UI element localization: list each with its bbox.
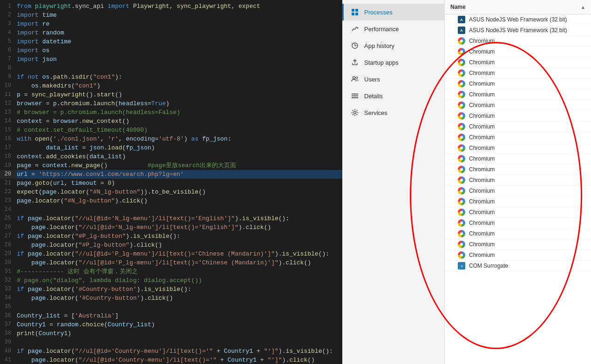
sidebar-item-startup-apps[interactable]: Startup apps bbox=[342, 54, 444, 71]
sidebar-item-app-history[interactable]: App history bbox=[342, 37, 444, 54]
code-line-36: 36Country_list = ['Australia'] bbox=[0, 311, 342, 320]
process-item[interactable]: Chromium bbox=[445, 47, 591, 57]
line-content: with open('./con1.json', 'r', encoding='… bbox=[17, 135, 231, 143]
svg-rect-2 bbox=[352, 13, 354, 15]
sidebar-startup-apps-label: Startup apps bbox=[364, 59, 399, 66]
code-editor: 1from playwright.sync_api import Playwri… bbox=[0, 0, 342, 364]
process-name: ASUS NodeJS Web Framework (32 bit) bbox=[469, 16, 567, 23]
line-content bbox=[17, 338, 20, 347]
line-content: page.locator('#Country-button').click() bbox=[17, 294, 173, 303]
process-item[interactable]: Chromium bbox=[445, 68, 591, 79]
sidebar-item-services[interactable]: Services bbox=[342, 104, 444, 121]
process-name: Chromium bbox=[469, 241, 495, 248]
line-content: page.locator("//ul[@id='P_lg-menu']/li[t… bbox=[17, 258, 311, 267]
process-name: Chromium bbox=[469, 166, 495, 173]
line-content: page.goto(url, timeout = 0) bbox=[17, 179, 115, 188]
process-item[interactable]: Chromium bbox=[445, 207, 591, 218]
process-item[interactable]: Chromium bbox=[445, 229, 591, 239]
line-content: context.add_cookies(data_list) bbox=[17, 152, 126, 161]
line-content: p = sync_playwright().start() bbox=[17, 90, 122, 99]
line-content: os.makedirs("con1") bbox=[17, 81, 101, 90]
line-number: 23 bbox=[0, 196, 17, 205]
collapse-button[interactable]: ▲ bbox=[581, 5, 585, 10]
chromium-icon bbox=[458, 59, 465, 66]
chromium-icon bbox=[458, 48, 465, 55]
process-item[interactable]: Chromium bbox=[445, 100, 591, 111]
process-item[interactable]: Chromium bbox=[445, 218, 591, 229]
process-item[interactable]: ⚙COM Surrogate bbox=[445, 261, 591, 271]
process-item[interactable]: Chromium bbox=[445, 111, 591, 121]
process-name: Chromium bbox=[469, 155, 495, 162]
process-item[interactable]: Chromium bbox=[445, 196, 591, 207]
process-item[interactable]: Chromium bbox=[445, 154, 591, 164]
chromium-icon bbox=[458, 176, 465, 184]
code-line-38: 38print(Country1) bbox=[0, 329, 342, 338]
line-content: from playwright.sync_api import Playwrig… bbox=[17, 2, 260, 11]
process-item[interactable]: Chromium bbox=[445, 89, 591, 100]
sidebar-item-performance[interactable]: Performance bbox=[342, 20, 444, 37]
process-item[interactable]: Chromium bbox=[445, 186, 591, 196]
line-number: 5 bbox=[0, 37, 17, 46]
line-number: 37 bbox=[0, 320, 17, 329]
code-line-35: 35 bbox=[0, 303, 342, 311]
line-content: data_list = json.load(fp_json) bbox=[17, 143, 155, 152]
code-line-23: 23page.locator("#N_lg-button").click() bbox=[0, 196, 342, 205]
task-manager-sidebar: Processes Performance App history bbox=[342, 0, 445, 364]
process-item[interactable]: Chromium bbox=[445, 164, 591, 175]
performance-icon bbox=[351, 25, 359, 33]
code-line-40: 40if page.locator("//ul[@id='Country-men… bbox=[0, 347, 342, 356]
code-line-1: 1from playwright.sync_api import Playwri… bbox=[0, 2, 342, 11]
process-item[interactable]: Chromium bbox=[445, 239, 591, 250]
process-name: Chromium bbox=[469, 177, 495, 183]
process-item[interactable]: Chromium bbox=[445, 250, 591, 261]
code-line-24: 24 bbox=[0, 205, 342, 214]
code-line-11: 11p = sync_playwright().start() bbox=[0, 90, 342, 99]
line-number: 35 bbox=[0, 303, 17, 311]
process-item[interactable]: AASUS NodeJS Web Framework (32 bit) bbox=[445, 14, 591, 25]
name-column-header: Name bbox=[450, 4, 466, 10]
line-content: if page.locator("//ul[@id='P_lg-menu']/l… bbox=[17, 249, 329, 258]
line-number: 4 bbox=[0, 28, 17, 37]
details-icon bbox=[351, 92, 359, 100]
line-content: page.locator("//ul[@id='N_lg-menu']/li[t… bbox=[17, 223, 271, 232]
process-name: Chromium bbox=[469, 198, 495, 205]
process-item[interactable]: Chromium bbox=[445, 36, 591, 47]
svg-point-11 bbox=[354, 112, 356, 114]
users-icon bbox=[351, 75, 359, 83]
line-content: url = 'https://www.conv1.com/search.php?… bbox=[17, 170, 184, 179]
code-line-2: 2import time bbox=[0, 11, 342, 20]
process-item[interactable]: Chromium bbox=[445, 57, 591, 68]
process-list[interactable]: AASUS NodeJS Web Framework (32 bit)AASUS… bbox=[445, 14, 591, 364]
chromium-icon bbox=[458, 69, 465, 77]
process-item[interactable]: Chromium bbox=[445, 79, 591, 89]
code-line-41: 41 page.locator("//ul[@id='Country-menu'… bbox=[0, 356, 342, 364]
line-number: 32 bbox=[0, 276, 17, 285]
process-item[interactable]: AASUS NodeJS Web Framework (32 bit) bbox=[445, 25, 591, 36]
process-name: Chromium bbox=[469, 230, 495, 237]
svg-rect-3 bbox=[355, 13, 358, 15]
process-item[interactable]: Chromium bbox=[445, 175, 591, 186]
chromium-icon bbox=[458, 80, 465, 88]
sidebar-item-processes[interactable]: Processes bbox=[342, 4, 444, 20]
line-number: 14 bbox=[0, 117, 17, 126]
line-content: page = context.new_page() #page里放search出… bbox=[17, 161, 236, 170]
line-content: # browser = p.chromium.launch(headless=F… bbox=[17, 108, 180, 117]
chromium-icon bbox=[458, 37, 465, 45]
process-item[interactable]: Chromium bbox=[445, 143, 591, 154]
svg-rect-1 bbox=[355, 9, 358, 12]
line-number: 25 bbox=[0, 214, 17, 223]
process-item[interactable]: Chromium bbox=[445, 121, 591, 132]
process-name: Chromium bbox=[469, 220, 495, 226]
code-line-20: 20url = 'https://www.conv1.com/search.ph… bbox=[0, 170, 342, 179]
svg-rect-8 bbox=[352, 94, 358, 94]
sidebar-item-users[interactable]: Users bbox=[342, 71, 444, 88]
code-line-3: 3import re bbox=[0, 20, 342, 28]
line-number: 40 bbox=[0, 347, 17, 356]
chromium-icon bbox=[458, 230, 465, 237]
process-item[interactable]: Chromium bbox=[445, 132, 591, 143]
sidebar-item-details[interactable]: Details bbox=[342, 88, 444, 104]
panel-header: Name ▲ bbox=[445, 0, 591, 14]
chromium-icon bbox=[458, 123, 465, 130]
svg-rect-0 bbox=[352, 9, 354, 12]
code-line-33: 33if page.locator('#Country-button').is_… bbox=[0, 285, 342, 294]
